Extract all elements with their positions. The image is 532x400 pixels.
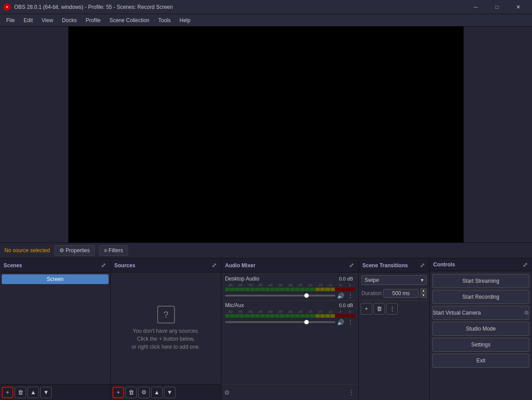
scenes-panel-header: Scenes ⤢ [0,258,110,273]
transition-duration-value[interactable]: 500 ms [383,289,419,298]
start-streaming-button[interactable]: Start Streaming [432,274,529,288]
menu-item-view[interactable]: View [37,15,58,25]
transitions-footer: + 🗑 ⋮ [359,300,429,316]
desktop-audio-name: Desktop Audio [225,276,339,282]
window-controls: ─ □ ✕ [466,0,528,14]
preview-canvas [69,27,463,242]
menu-item-help[interactable]: Help [175,15,195,25]
move-scene-down-button[interactable]: ▼ [40,387,52,398]
move-source-down-button[interactable]: ▼ [164,387,175,398]
sources-empty-state: ? You don't have any sources.Click the +… [113,274,219,382]
filters-button[interactable]: ≡ Filters [99,245,128,256]
scenes-panel-content: Screen [0,273,110,384]
transition-options-button[interactable]: ⋮ [386,303,398,315]
remove-transition-button[interactable]: 🗑 [373,303,385,315]
move-source-up-button[interactable]: ▲ [151,387,163,398]
mic-aux-db: 0.0 dB [339,303,353,308]
desktop-audio-volume-slider[interactable] [225,295,335,296]
controls-expand-icon[interactable]: ⤢ [521,261,528,268]
remove-scene-button[interactable]: 🗑 [15,387,26,398]
transitions-panel-header: Scene Transitions ⤢ [359,258,429,273]
desktop-audio-ticks: -60-55-50-45-40-35-30-25-20-15-10-50 [225,283,355,287]
close-button[interactable]: ✕ [508,0,528,14]
transitions-panel-title: Scene Transitions [362,262,416,269]
scene-transitions-panel: Scene Transitions ⤢ Swipe ▾ Duration 500… [359,258,430,400]
transition-type-select[interactable]: Swipe ▾ [361,275,427,285]
start-virtual-camera-button[interactable]: Start Virtual Camera ⚙ [432,306,529,320]
app-icon: ● [4,4,11,11]
desktop-audio-header: Desktop Audio 0.0 dB [225,276,355,282]
virtual-camera-settings-icon[interactable]: ⚙ [522,310,529,316]
menu-item-scene-collection[interactable]: Scene Collection [105,15,154,25]
menu-item-file[interactable]: File [2,15,19,25]
no-source-text: No source selected [4,247,50,254]
desktop-audio-meter [225,288,355,291]
sources-panel: Sources ⤢ ? You don't have any sources.C… [111,258,221,400]
menu-item-edit[interactable]: Edit [19,15,37,25]
add-transition-button[interactable]: + [361,303,372,315]
menubar: FileEditViewDocksProfileScene Collection… [0,14,532,27]
main-preview-area [0,27,532,242]
menu-item-docks[interactable]: Docks [58,15,81,25]
duration-increment-button[interactable]: ▲ [420,288,427,293]
audio-mixer-footer: ⚙ ⋮ [221,384,358,400]
mic-aux-mute-button[interactable]: 🔊 [337,319,344,326]
sources-panel-expand-icon[interactable]: ⤢ [210,262,217,269]
audio-mixer-header: Audio Mixer ⤢ [221,258,358,273]
sources-empty-icon: ? [157,306,175,323]
menu-item-profile[interactable]: Profile [81,15,105,25]
desktop-audio-controls: 🔊 ⋮ [225,292,355,299]
audio-mixer-content: Desktop Audio 0.0 dB -60-55-50-45-40-35-… [221,273,358,384]
duration-label: Duration [361,290,381,296]
transitions-expand-icon[interactable]: ⤢ [419,262,426,269]
window-title: OBS 28.0.1 (64-bit, windows) - Profile: … [14,4,466,10]
scene-item-screen[interactable]: Screen [2,274,109,284]
scenes-panel-title: Scenes [4,262,97,269]
mic-aux-volume-slider[interactable] [225,321,335,323]
sources-panel-content: ? You don't have any sources.Click the +… [111,273,221,384]
scenes-panel-expand-icon[interactable]: ⤢ [100,262,107,269]
add-source-button[interactable]: + [113,387,124,398]
maximize-button[interactable]: □ [487,0,507,14]
source-properties-button[interactable]: ⚙ [138,387,150,398]
move-scene-up-button[interactable]: ▲ [27,387,39,398]
properties-button[interactable]: ⚙ Properties [54,245,95,256]
controls-content: Start Streaming Start Recording Start Vi… [430,271,532,400]
sources-panel-header: Sources ⤢ [111,258,221,273]
audio-mixer-expand-icon[interactable]: ⤢ [348,262,355,269]
desktop-audio-mute-button[interactable]: 🔊 [337,292,344,299]
sources-empty-text: You don't have any sources.Click the + b… [132,327,200,351]
right-sidebar [463,27,532,242]
add-scene-button[interactable]: + [2,387,13,398]
desktop-audio-options-button[interactable]: ⋮ [346,292,355,299]
mic-aux-meter [225,314,355,318]
audio-settings-button[interactable]: ⚙ [224,389,230,396]
controls-panel-title: Controls [433,262,519,268]
audio-mixer-options-button[interactable]: ⋮ [347,389,356,396]
scenes-panel-footer: + 🗑 ▲ ▼ [0,384,110,400]
mic-aux-options-button[interactable]: ⋮ [346,319,355,326]
desktop-audio-channel: Desktop Audio 0.0 dB -60-55-50-45-40-35-… [224,274,356,301]
mic-aux-channel: Mic/Aux 0.0 dB -60-55-50-45-40-35-30-25-… [224,301,356,327]
studio-mode-button[interactable]: Studio Mode [432,322,529,336]
mic-aux-ticks: -60-55-50-45-40-35-30-25-20-15-10-50 [225,310,355,314]
left-sidebar [0,27,69,242]
menu-item-tools[interactable]: Tools [154,15,175,25]
audio-mixer-title: Audio Mixer [225,262,345,269]
source-info-bar: No source selected ⚙ Properties ≡ Filter… [0,242,532,258]
bottom-panels: Scenes ⤢ Screen + 🗑 ▲ ▼ Sources ⤢ ? You … [0,258,532,400]
duration-decrement-button[interactable]: ▼ [420,293,427,298]
sources-panel-footer: + 🗑 ⚙ ▲ ▼ [111,384,221,400]
exit-button[interactable]: Exit [432,354,529,368]
scenes-panel: Scenes ⤢ Screen + 🗑 ▲ ▼ [0,258,111,400]
transitions-content: Swipe ▾ Duration 500 ms ▲ ▼ [359,273,429,300]
settings-button[interactable]: Settings [432,338,529,352]
desktop-audio-db: 0.0 dB [339,276,353,281]
remove-source-button[interactable]: 🗑 [125,387,137,398]
transition-duration-row: Duration 500 ms ▲ ▼ [361,288,427,298]
start-recording-button[interactable]: Start Recording [432,290,529,304]
duration-spinners: ▲ ▼ [420,288,427,298]
mic-aux-controls: 🔊 ⋮ [225,319,355,326]
minimize-button[interactable]: ─ [466,0,486,14]
audio-mixer-panel: Audio Mixer ⤢ Desktop Audio 0.0 dB -60-5… [221,258,359,400]
